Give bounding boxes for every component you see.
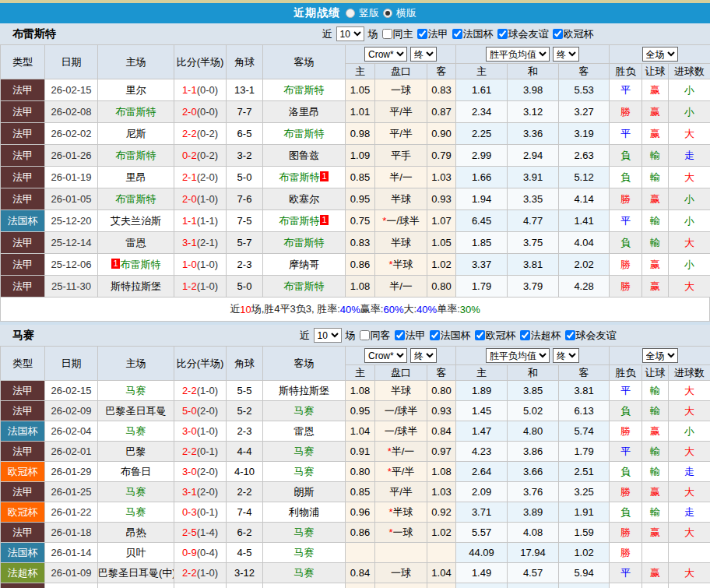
goals-result-cell-text: 大: [684, 445, 694, 457]
home-odds-cell: 1.09: [346, 145, 375, 167]
competition-checkbox[interactable]: [520, 330, 530, 340]
goals-result-cell-text: 走: [684, 506, 694, 518]
match-row: 法超杯26-01-09巴黎圣日耳曼(中)2-2(1-0)3-12马赛0.84一球…: [1, 563, 710, 583]
competition-checkbox[interactable]: [430, 330, 440, 340]
date-cell: [45, 583, 98, 588]
summary-part: 单率:: [437, 302, 460, 316]
league-cell: 法甲: [1, 583, 45, 588]
half-score: (1-0): [197, 425, 218, 437]
mean-stage-select[interactable]: 终: [553, 348, 579, 363]
goals-result-cell-text: 小: [684, 84, 694, 96]
handicap-result-cell-text: 赢: [650, 526, 660, 538]
full-score: 3-0: [182, 466, 197, 477]
score-cell: 2-5(1-4): [174, 523, 227, 543]
recent-count-select[interactable]: 10: [336, 26, 364, 41]
competition-checkbox[interactable]: [452, 29, 462, 39]
horizontal-layout-label: 横版: [396, 6, 417, 20]
page: 近期战绩 竖版 横版 布雷斯特近10场同主法甲法国杯球会友谊欧冠杯类型日期主场比…: [0, 0, 710, 588]
scope-select[interactable]: 全场: [642, 47, 678, 62]
score-cell: 2-1(2-0): [174, 167, 227, 188]
col-res-wdl: 胜负: [610, 64, 642, 79]
half-score: (2-0): [197, 466, 218, 477]
mean-home-cell: 44.09: [456, 543, 508, 563]
score-cell: 0-3(0-1): [174, 502, 227, 523]
position-badge: 1: [111, 259, 119, 269]
team-name-text: 摩纳哥: [289, 259, 319, 270]
date-cell: 26-02-08: [45, 101, 98, 123]
handicap-result-cell: 赢: [642, 79, 669, 101]
col-score: 比分(半场): [174, 347, 227, 381]
team-name-text: 马赛: [294, 445, 315, 457]
odds-stage-select[interactable]: 终: [410, 348, 437, 363]
match-row: 法甲25-12-14雷恩3-1(2-1)5-7布雷斯特0.83半球1.051.8…: [1, 232, 710, 254]
mean-away-cell: 3.25: [559, 482, 610, 502]
handicap-star: *: [388, 259, 392, 270]
bookmaker-select[interactable]: Crow*: [364, 348, 407, 363]
mean-away-cell: 4.04: [559, 232, 610, 254]
wdl-result-cell: 平: [610, 381, 642, 401]
full-score: 3-0: [182, 425, 197, 437]
competition-checkbox[interactable]: [475, 330, 485, 340]
home-odds-cell: [346, 583, 375, 588]
half-score: (1-0): [197, 385, 218, 396]
mean-draw-cell: 3.89: [508, 502, 559, 523]
date-cell: 26-02-01: [45, 442, 98, 462]
goals-result-cell-text: 小: [684, 106, 694, 118]
scope-select[interactable]: 全场: [642, 348, 678, 363]
handicap-result-cell-text: 輸: [650, 215, 660, 227]
date-cell: 25-12-06: [45, 254, 98, 276]
competition-checkbox[interactable]: [497, 29, 508, 39]
bookmaker-select[interactable]: Crow*: [364, 47, 407, 62]
mean-away-cell: 3.81: [559, 381, 610, 401]
same-venue-option: 同主: [381, 27, 413, 41]
wdl-result-cell: 負: [610, 167, 642, 188]
mean-type-select[interactable]: 胜平负均值: [486, 47, 550, 62]
competition-option: 法甲: [393, 329, 426, 343]
same-venue-checkbox[interactable]: [360, 330, 370, 340]
wdl-result-cell-text: 平: [620, 128, 631, 139]
same-venue-checkbox[interactable]: [382, 29, 392, 39]
team-name-text: 利物浦: [289, 506, 319, 518]
away-odds-cell: 1.08: [427, 462, 456, 482]
horizontal-layout-radio[interactable]: [383, 9, 392, 18]
date-cell: 25-12-20: [45, 210, 98, 232]
away-odds-cell: 0.93: [427, 401, 456, 421]
league-cell: 欧冠杯: [1, 462, 45, 482]
odds-stage-select[interactable]: 终: [410, 47, 437, 62]
vertical-layout-radio[interactable]: [346, 9, 355, 18]
match-row: 法甲26-01-18昂热2-5(1-4)6-2马赛0.86*一球1.025.57…: [1, 523, 710, 543]
score-cell: 2-2(0-1): [174, 442, 227, 462]
half-score: (1-1): [197, 215, 218, 227]
full-score: 2-2: [182, 567, 197, 579]
col-date: 日期: [45, 45, 98, 79]
mean-away-cell: 1.79: [559, 442, 610, 462]
summary-part: 40%: [417, 304, 437, 315]
handicap-star: *: [388, 445, 392, 457]
mean-draw-cell: 3.76: [508, 482, 559, 502]
away-team-cell: 马赛: [263, 442, 346, 462]
handicap-result-cell-text: 赢: [650, 84, 660, 96]
team-name-text: 布鲁日: [121, 466, 151, 477]
recent-count-select[interactable]: 10: [314, 328, 342, 343]
match-row: 法甲26-02-02尼斯2-2(0-2)6-5布雷斯特0.98平/半0.902.…: [1, 123, 710, 145]
summary-part: 40%: [340, 304, 360, 315]
matches-table: 类型日期主场比分(半场)角球客场Crow*终胜平负均值终全场主盘口客主和客胜负让…: [0, 346, 710, 588]
wdl-result-cell: 平: [610, 79, 642, 101]
match-row: 法甲26-01-19里昂2-1(2-0)5-0布雷斯特10.85半/一1.031…: [1, 167, 710, 188]
col-score: 比分(半场): [174, 45, 227, 79]
score-cell: 1-1(1-1): [174, 210, 227, 232]
away-odds-cell: 1.02: [427, 523, 456, 543]
league-cell: 法甲: [1, 482, 45, 502]
competition-checkbox[interactable]: [553, 29, 563, 39]
competition-checkbox[interactable]: [395, 330, 405, 340]
mean-stage-select[interactable]: 终: [553, 47, 579, 62]
team-name-text: 布雷斯特: [284, 84, 325, 96]
competition-checkbox[interactable]: [565, 330, 575, 340]
competition-checkbox[interactable]: [417, 29, 427, 39]
home-team-cell: 布雷斯特: [98, 101, 174, 123]
wdl-result-cell: 負: [610, 145, 642, 167]
wdl-result-cell: 勝: [610, 421, 642, 442]
date-cell: 26-01-26: [45, 145, 98, 167]
home-odds-cell: 0.84: [346, 563, 375, 583]
mean-type-select[interactable]: 胜平负均值: [486, 348, 550, 363]
